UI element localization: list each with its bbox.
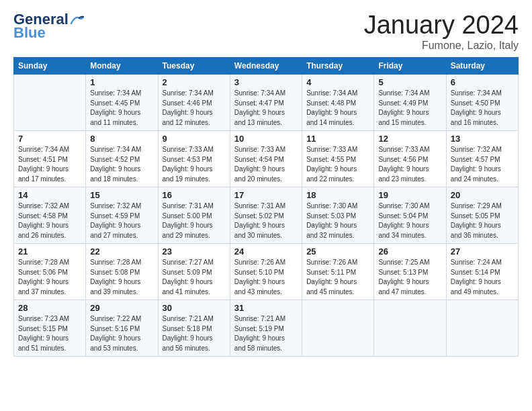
day-number: 6 [451,77,514,87]
day-info: Sunrise: 7:33 AMSunset: 4:56 PMDaylight:… [378,145,441,184]
calendar-cell: 8Sunrise: 7:34 AMSunset: 4:52 PMDaylight… [86,131,158,187]
day-info: Sunrise: 7:33 AMSunset: 4:53 PMDaylight:… [163,145,226,184]
day-info: Sunrise: 7:34 AMSunset: 4:50 PMDaylight:… [451,89,514,128]
calendar-cell: 15Sunrise: 7:32 AMSunset: 4:59 PMDayligh… [86,187,158,244]
calendar-week-4: 21Sunrise: 7:28 AMSunset: 5:06 PMDayligh… [14,244,519,300]
header-row: Sunday Monday Tuesday Wednesday Thursday… [14,58,519,75]
day-number: 27 [451,246,514,257]
day-number: 22 [90,246,153,257]
day-number: 13 [451,134,514,144]
day-number: 21 [18,246,81,257]
calendar-week-5: 28Sunrise: 7:23 AMSunset: 5:15 PMDayligh… [14,300,519,357]
day-info: Sunrise: 7:34 AMSunset: 4:49 PMDaylight:… [378,89,441,128]
calendar-cell: 17Sunrise: 7:31 AMSunset: 5:02 PMDayligh… [230,187,302,244]
day-info: Sunrise: 7:26 AMSunset: 5:10 PMDaylight:… [234,258,298,297]
day-number: 28 [18,303,81,313]
calendar-cell: 29Sunrise: 7:22 AMSunset: 5:16 PMDayligh… [86,300,158,357]
day-number: 18 [306,190,369,200]
day-info: Sunrise: 7:21 AMSunset: 5:19 PMDaylight:… [234,314,298,353]
calendar-cell [302,300,374,357]
day-number: 5 [378,77,441,87]
calendar-cell: 12Sunrise: 7:33 AMSunset: 4:56 PMDayligh… [374,131,446,187]
day-info: Sunrise: 7:31 AMSunset: 5:02 PMDaylight:… [234,201,298,240]
day-number: 19 [378,190,441,200]
calendar-week-1: 1Sunrise: 7:34 AMSunset: 4:45 PMDaylight… [14,75,519,131]
calendar-cell: 10Sunrise: 7:33 AMSunset: 4:54 PMDayligh… [230,131,302,187]
day-info: Sunrise: 7:21 AMSunset: 5:18 PMDaylight:… [163,314,226,353]
day-number: 30 [163,303,226,313]
day-info: Sunrise: 7:34 AMSunset: 4:52 PMDaylight:… [90,145,153,184]
calendar-cell: 9Sunrise: 7:33 AMSunset: 4:53 PMDaylight… [158,131,230,187]
calendar-week-3: 14Sunrise: 7:32 AMSunset: 4:58 PMDayligh… [14,187,519,244]
calendar-cell: 27Sunrise: 7:24 AMSunset: 5:14 PMDayligh… [446,244,518,300]
day-number: 23 [163,246,226,257]
day-info: Sunrise: 7:29 AMSunset: 5:05 PMDaylight:… [451,201,514,240]
day-info: Sunrise: 7:34 AMSunset: 4:46 PMDaylight:… [163,89,226,128]
col-saturday: Saturday [446,58,518,75]
col-friday: Friday [374,58,446,75]
day-info: Sunrise: 7:30 AMSunset: 5:04 PMDaylight:… [378,201,441,240]
title-block: January 2024 Fumone, Lazio, Italy [364,11,519,52]
calendar-week-2: 7Sunrise: 7:34 AMSunset: 4:51 PMDaylight… [14,131,519,187]
calendar-cell: 31Sunrise: 7:21 AMSunset: 5:19 PMDayligh… [230,300,302,357]
day-info: Sunrise: 7:22 AMSunset: 5:16 PMDaylight:… [90,314,153,353]
day-info: Sunrise: 7:28 AMSunset: 5:06 PMDaylight:… [18,258,81,297]
day-number: 16 [163,190,226,200]
calendar-cell: 18Sunrise: 7:30 AMSunset: 5:03 PMDayligh… [302,187,374,244]
day-info: Sunrise: 7:32 AMSunset: 4:59 PMDaylight:… [90,201,153,240]
calendar-cell: 25Sunrise: 7:26 AMSunset: 5:11 PMDayligh… [302,244,374,300]
day-info: Sunrise: 7:32 AMSunset: 4:58 PMDaylight:… [18,201,81,240]
col-wednesday: Wednesday [230,58,302,75]
header: General Blue January 2024 Fumone, Lazio,… [13,11,519,52]
day-info: Sunrise: 7:25 AMSunset: 5:13 PMDaylight:… [378,258,441,297]
day-info: Sunrise: 7:34 AMSunset: 4:48 PMDaylight:… [306,89,369,128]
day-number: 3 [234,77,298,87]
calendar-cell: 23Sunrise: 7:27 AMSunset: 5:09 PMDayligh… [158,244,230,300]
day-number: 24 [234,246,298,257]
col-monday: Monday [86,58,158,75]
day-info: Sunrise: 7:34 AMSunset: 4:45 PMDaylight:… [90,89,153,128]
logo: General Blue [13,11,85,42]
day-number: 12 [378,134,441,144]
day-info: Sunrise: 7:23 AMSunset: 5:15 PMDaylight:… [18,314,81,353]
day-info: Sunrise: 7:34 AMSunset: 4:47 PMDaylight:… [234,89,298,128]
day-number: 7 [18,134,81,144]
day-number: 26 [378,246,441,257]
calendar-table: Sunday Monday Tuesday Wednesday Thursday… [13,57,519,357]
calendar-cell: 13Sunrise: 7:32 AMSunset: 4:57 PMDayligh… [446,131,518,187]
day-number: 15 [90,190,153,200]
calendar-cell: 11Sunrise: 7:33 AMSunset: 4:55 PMDayligh… [302,131,374,187]
day-number: 29 [90,303,153,313]
day-number: 11 [306,134,369,144]
calendar-cell: 14Sunrise: 7:32 AMSunset: 4:58 PMDayligh… [14,187,86,244]
logo-block: General Blue [13,11,85,42]
day-info: Sunrise: 7:31 AMSunset: 5:00 PMDaylight:… [163,201,226,240]
calendar-cell [14,75,86,131]
col-sunday: Sunday [14,58,86,75]
day-info: Sunrise: 7:30 AMSunset: 5:03 PMDaylight:… [306,201,369,240]
day-number: 1 [90,77,153,87]
page-container: General Blue January 2024 Fumone, Lazio,… [0,0,532,365]
col-thursday: Thursday [302,58,374,75]
calendar-cell: 20Sunrise: 7:29 AMSunset: 5:05 PMDayligh… [446,187,518,244]
day-number: 14 [18,190,81,200]
location-subtitle: Fumone, Lazio, Italy [364,40,519,52]
day-number: 10 [234,134,298,144]
calendar-cell [374,300,446,357]
calendar-cell: 7Sunrise: 7:34 AMSunset: 4:51 PMDaylight… [14,131,86,187]
month-title: January 2024 [364,11,519,40]
day-info: Sunrise: 7:26 AMSunset: 5:11 PMDaylight:… [306,258,369,297]
day-number: 8 [90,134,153,144]
day-info: Sunrise: 7:34 AMSunset: 4:51 PMDaylight:… [18,145,81,184]
calendar-cell [446,300,518,357]
calendar-cell: 5Sunrise: 7:34 AMSunset: 4:49 PMDaylight… [374,75,446,131]
calendar-cell: 4Sunrise: 7:34 AMSunset: 4:48 PMDaylight… [302,75,374,131]
day-number: 2 [163,77,226,87]
day-info: Sunrise: 7:28 AMSunset: 5:08 PMDaylight:… [90,258,153,297]
calendar-cell: 24Sunrise: 7:26 AMSunset: 5:10 PMDayligh… [230,244,302,300]
day-number: 17 [234,190,298,200]
calendar-cell: 19Sunrise: 7:30 AMSunset: 5:04 PMDayligh… [374,187,446,244]
day-info: Sunrise: 7:33 AMSunset: 4:54 PMDaylight:… [234,145,298,184]
calendar-cell: 30Sunrise: 7:21 AMSunset: 5:18 PMDayligh… [158,300,230,357]
calendar-cell: 6Sunrise: 7:34 AMSunset: 4:50 PMDaylight… [446,75,518,131]
